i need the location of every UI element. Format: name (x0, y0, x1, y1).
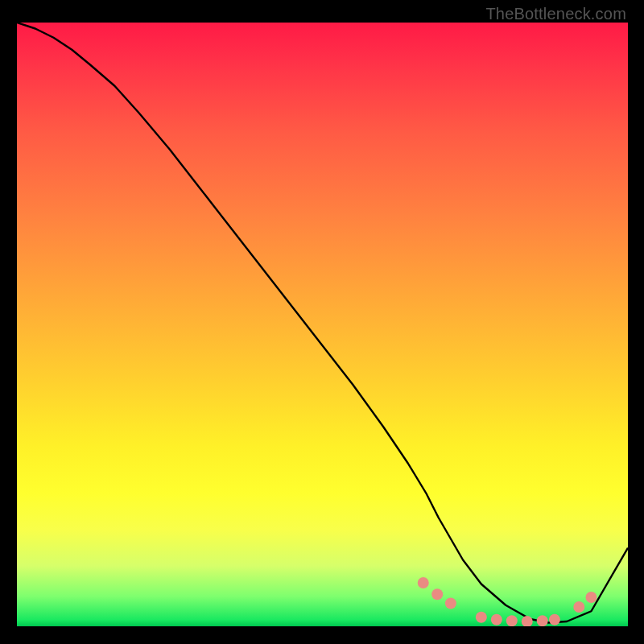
bottleneck-curve-line (17, 23, 628, 623)
marker-dot (573, 601, 584, 613)
marker-dot (537, 615, 548, 626)
marker-dot (506, 615, 518, 626)
chart-container: TheBottleneck.com (0, 0, 644, 644)
watermark-text: TheBottleneck.com (485, 5, 626, 23)
chart-overlay-svg (17, 23, 628, 626)
marker-dot (491, 614, 502, 625)
marker-dot (476, 612, 487, 623)
curve-marker-dots (418, 577, 597, 626)
marker-dot (522, 616, 533, 626)
marker-dot (418, 577, 429, 588)
marker-dot (431, 588, 443, 600)
marker-dot (549, 614, 560, 625)
marker-dot (445, 598, 456, 609)
marker-dot (585, 592, 597, 603)
